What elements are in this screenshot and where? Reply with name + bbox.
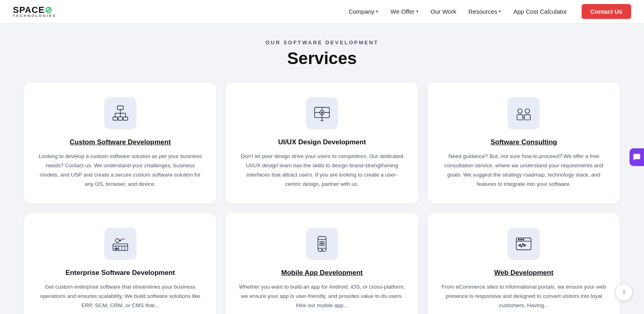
card-web-dev: </> Web Development From eCommerce sites… bbox=[428, 213, 620, 314]
nav-item-our-work[interactable]: Our Work bbox=[426, 5, 461, 18]
svg-rect-35 bbox=[320, 241, 322, 243]
logo-o-char: ⊘ bbox=[45, 5, 52, 15]
svg-text:</>: </> bbox=[114, 247, 119, 250]
svg-rect-38 bbox=[322, 244, 324, 246]
chevron-down-icon: ▾ bbox=[499, 9, 501, 14]
uiux-design-icon bbox=[313, 104, 331, 122]
chevron-down-icon: ▾ bbox=[416, 9, 419, 14]
svg-rect-2 bbox=[118, 117, 122, 120]
mobile-icon-wrap bbox=[306, 228, 338, 260]
card-desc-enterprise: Get custom enterprise software that stre… bbox=[37, 283, 203, 310]
nav-link-resources[interactable]: Resources ▾ bbox=[464, 5, 506, 18]
consulting-icon-wrap bbox=[508, 97, 540, 129]
website-hierarchy-icon bbox=[111, 104, 129, 122]
svg-point-43 bbox=[520, 239, 522, 240]
svg-point-42 bbox=[518, 239, 520, 240]
scroll-up-button[interactable]: ↑ bbox=[615, 283, 633, 301]
svg-point-17 bbox=[321, 112, 323, 113]
svg-point-44 bbox=[523, 239, 524, 240]
nav-item-app-cost[interactable]: App Cost Calculator bbox=[508, 5, 572, 18]
chat-icon bbox=[633, 153, 641, 161]
nav-item-we-offer[interactable]: We Offer ▾ bbox=[386, 5, 423, 18]
card-desc-web-dev: From eCommerce sites to informational po… bbox=[441, 283, 607, 310]
card-enterprise: </> Enterprise Software Development Get … bbox=[24, 213, 216, 314]
svg-point-29 bbox=[116, 239, 119, 242]
nav-link-app-cost[interactable]: App Cost Calculator bbox=[508, 5, 572, 18]
chat-widget-button[interactable] bbox=[630, 148, 644, 166]
svg-point-39 bbox=[322, 249, 323, 250]
card-desc-uiux: Don't let poor design drive your users t… bbox=[239, 152, 405, 189]
main-content: OUR SOFTWARE DEVELOPMENT Services Custom… bbox=[0, 23, 644, 314]
enterprise-icon: </> bbox=[111, 235, 129, 253]
card-title-web-dev[interactable]: Web Development bbox=[494, 269, 553, 277]
card-custom-software: Custom Software Development Looking to d… bbox=[24, 83, 216, 204]
card-title-custom-software[interactable]: Custom Software Development bbox=[70, 138, 171, 146]
svg-rect-3 bbox=[123, 117, 128, 120]
card-consulting: Software Consulting Need guidance? But, … bbox=[428, 83, 620, 204]
card-mobile: Mobile App Development Whether you want … bbox=[226, 213, 418, 314]
web-dev-icon: </> bbox=[515, 235, 533, 253]
nav-link-company[interactable]: Company ▾ bbox=[344, 5, 383, 18]
section-title: Services bbox=[24, 49, 620, 68]
enterprise-icon-wrap: </> bbox=[104, 228, 136, 260]
navbar: SPACE⊘ TECHNOLOGIES Company ▾ We Offer ▾… bbox=[0, 0, 644, 23]
card-title-uiux: UI/UX Design Development bbox=[278, 138, 366, 146]
nav-item-company[interactable]: Company ▾ bbox=[344, 5, 383, 18]
svg-rect-20 bbox=[524, 115, 530, 120]
svg-point-30 bbox=[120, 240, 121, 241]
svg-text:</>: </> bbox=[518, 243, 526, 247]
web-dev-icon-wrap: </> bbox=[508, 228, 540, 260]
svg-rect-1 bbox=[113, 117, 117, 120]
svg-point-19 bbox=[518, 109, 522, 113]
custom-software-icon-wrap bbox=[104, 97, 136, 129]
logo-sub: TECHNOLOGIES bbox=[13, 14, 56, 18]
mobile-app-icon bbox=[313, 235, 331, 253]
card-desc-mobile: Whether you want to build an app for And… bbox=[239, 283, 405, 310]
svg-rect-18 bbox=[517, 115, 523, 120]
svg-rect-37 bbox=[320, 244, 322, 246]
card-desc-consulting: Need guidance? But, not sure how to proc… bbox=[441, 152, 607, 189]
card-title-mobile[interactable]: Mobile App Development bbox=[281, 269, 363, 277]
logo-brand: SPACE⊘ bbox=[13, 6, 56, 15]
card-desc-custom-software: Looking to develop a custom software sol… bbox=[37, 152, 203, 189]
services-grid: Custom Software Development Looking to d… bbox=[24, 83, 620, 314]
section-label: OUR SOFTWARE DEVELOPMENT bbox=[24, 40, 620, 46]
svg-rect-0 bbox=[117, 106, 123, 110]
chevron-down-icon: ▾ bbox=[376, 9, 378, 14]
card-title-consulting[interactable]: Software Consulting bbox=[491, 138, 557, 146]
card-uiux: UI/UX Design Development Don't let poor … bbox=[226, 83, 418, 204]
nav-link-our-work[interactable]: Our Work bbox=[426, 5, 461, 18]
nav-link-we-offer[interactable]: We Offer ▾ bbox=[386, 5, 423, 18]
nav-item-resources[interactable]: Resources ▾ bbox=[464, 5, 506, 18]
svg-rect-36 bbox=[322, 241, 324, 243]
uiux-icon-wrap bbox=[306, 97, 338, 129]
nav-links: Company ▾ We Offer ▾ Our Work Resources … bbox=[344, 5, 572, 18]
card-title-enterprise: Enterprise Software Development bbox=[66, 269, 175, 277]
contact-us-button[interactable]: Contact Us bbox=[582, 4, 631, 19]
svg-point-21 bbox=[525, 109, 530, 113]
logo[interactable]: SPACE⊘ TECHNOLOGIES bbox=[13, 6, 56, 18]
consulting-icon bbox=[515, 104, 533, 122]
